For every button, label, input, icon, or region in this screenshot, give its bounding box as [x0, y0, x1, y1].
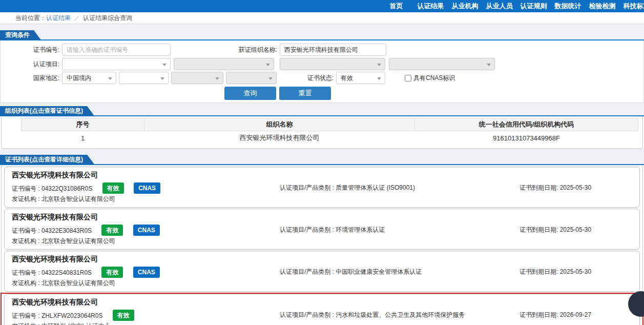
cert-no-label: 证书编号: — [1, 44, 59, 56]
project-select-4 — [389, 58, 495, 70]
chevron-down-icon — [108, 77, 112, 80]
cnas-checkbox[interactable]: 具有CNAS标识 — [405, 72, 455, 84]
expiry-label: 证书到期日期: — [520, 311, 560, 318]
project-value: 中国职业健康安全管理体系认证 — [336, 268, 422, 275]
issuer-label: 发证机构 : — [12, 237, 41, 245]
org-table-row[interactable]: 1 西安银光环境科技有限公司 91610131073449968F — [22, 131, 638, 145]
project-value: 质量管理体系认证 (ISO9001) — [336, 184, 415, 191]
spacer — [0, 24, 644, 30]
cert-no-label: 证书编号 : — [12, 312, 41, 319]
project-label: 认证项目: — [1, 58, 59, 70]
certificate-company-name: 西安银光环境科技有限公司 — [12, 170, 632, 180]
query-form: 证书编号: 获证组织名称: 认证项目: 国家地区: 中国境内 证书状态: 有效 … — [0, 40, 644, 103]
breadcrumb-separator: ／ — [74, 14, 80, 23]
expiry-value: 2025-05-30 — [560, 226, 591, 233]
issuer-value: 中环联兴 (北京) 认证中心 — [41, 322, 111, 325]
chevron-down-icon — [377, 77, 381, 80]
certificate-company-name: 西安银光环境科技有限公司 — [12, 254, 632, 264]
project-label: 认证项目/产品类别 : — [280, 226, 336, 233]
certificate-card-highlighted[interactable]: 西安银光环境科技有限公司 证书编号 : ZHLXFW2023064R0S 有效 … — [4, 294, 640, 325]
project-category: 认证项目/产品类别 : 环境管理体系认证 — [280, 225, 385, 235]
search-button[interactable]: 查询 — [224, 87, 276, 100]
org-row-index: 1 — [22, 131, 144, 145]
project-value: 环境管理体系认证 — [336, 226, 385, 233]
nav-item-tech-standard[interactable]: 科技标准 — [619, 2, 644, 11]
issuer-label: 发证机构 : — [12, 195, 41, 202]
cert-no-input[interactable] — [62, 44, 171, 56]
breadcrumb-current: 认证结果综合查询 — [83, 14, 132, 23]
certificate-company-name: 西安银光环境科技有限公司 — [12, 212, 632, 222]
spacer — [0, 149, 644, 154]
certificate-card[interactable]: 西安银光环境科技有限公司 证书编号 : 04322S40831R0S 有效 CN… — [4, 251, 640, 292]
org-table-header-row: 序号 组织名称 统一社会信用代码/组织机构代码 — [22, 118, 638, 131]
project-select-1[interactable] — [62, 58, 171, 70]
status-badge: 有效 — [101, 225, 123, 236]
status-select[interactable]: 有效 — [336, 72, 385, 84]
expiry-label: 证书到期日期: — [520, 268, 560, 275]
region-select[interactable]: 中国境内 — [62, 72, 116, 84]
issuer-label: 发证机构 : — [12, 279, 41, 287]
org-row-code: 91610131073449968F — [415, 131, 638, 145]
query-section-tab: 查询条件 — [0, 30, 41, 40]
cert-list-section-header: 证书列表(点击查看详细信息) — [0, 154, 644, 164]
cnas-checkbox-input[interactable] — [405, 75, 411, 82]
org-list-section-tab: 组织列表(点击查看证书信息) — [0, 106, 94, 116]
nav-item-personnel[interactable]: 从业人员 — [482, 2, 516, 11]
org-table: 序号 组织名称 统一社会信用代码/组织机构代码 1 西安银光环境科技有限公司 9… — [21, 118, 638, 145]
issuer-value: 北京联合智业认证有限公司 — [41, 237, 115, 245]
breadcrumb-link-cert-results[interactable]: 认证结果 — [46, 14, 71, 23]
reset-button[interactable]: 重置 — [279, 87, 331, 100]
nav-item-rules[interactable]: 认证规则 — [516, 2, 551, 11]
cnas-badge: CNAS — [134, 182, 160, 194]
nav-item-cert-results[interactable]: 认证结果 — [413, 2, 448, 11]
issuer: 发证机构 : 北京联合智业认证有限公司 — [12, 237, 632, 246]
status-badge: 有效 — [102, 182, 124, 194]
certificate-info-row: 证书编号 : ZHLXFW2023064R0S 有效 CNAS 认证项目/产品类… — [12, 310, 632, 321]
expiry-date: 证书到期日期: 2025-05-30 — [520, 267, 591, 277]
chevron-down-icon — [162, 64, 167, 66]
expiry-value: 2025-05-30 — [560, 268, 591, 275]
certificate-info-row: 证书编号 : 04322Q31086R0S 有效 CNAS 认证项目/产品类别 … — [12, 182, 632, 194]
nav-item-statistics[interactable]: 数据统计 — [551, 2, 585, 11]
nav-item-inspection[interactable]: 检验检测 — [585, 2, 619, 11]
chevron-down-icon — [268, 77, 273, 80]
org-col-name: 组织名称 — [144, 118, 415, 131]
project-select-3 — [280, 58, 385, 70]
expiry-date: 证书到期日期: 2025-05-30 — [520, 182, 591, 193]
region-label: 国家地区: — [1, 72, 59, 84]
project-select-2 — [174, 58, 274, 70]
expiry-value: 2025-05-30 — [560, 184, 591, 191]
expiry-label: 证书到期日期: — [520, 226, 560, 233]
cnas-badge: CNAS — [133, 225, 160, 236]
expiry-date: 证书到期日期: 2025-05-30 — [520, 225, 591, 235]
status-badge: 有效 — [101, 267, 123, 278]
project-category: 认证项目/产品类别 : 中国职业健康安全管理体系认证 — [280, 267, 422, 277]
issuer: 发证机构 : 北京联合智业认证有限公司 — [12, 195, 632, 204]
chevron-down-icon — [487, 64, 491, 66]
nav-item-agencies[interactable]: 从业机构 — [448, 2, 482, 11]
certificate-card[interactable]: 西安银光环境科技有限公司 证书编号 : 04322Q31086R0S 有效 CN… — [4, 167, 640, 208]
issuer-value: 北京联合智业认证有限公司 — [41, 279, 115, 287]
certificate-info-row: 证书编号 : 04322E30843R0S 有效 CNAS 认证项目/产品类别 … — [12, 225, 632, 236]
district-select — [226, 72, 277, 84]
org-name-label: 获证组织名称: — [205, 44, 277, 56]
top-navigation: 首页 认证结果 从业机构 从业人员 认证规则 数据统计 检验检测 科技标准 — [0, 0, 644, 12]
project-label: 认证项目/产品类别 : — [280, 268, 336, 275]
top-navigation-items: 首页 认证结果 从业机构 从业人员 认证规则 数据统计 检验检测 科技标准 — [379, 0, 644, 12]
project-value: 污水和垃圾处置、公共卫生及其他环境保护服务 — [336, 311, 465, 318]
project-category: 认证项目/产品类别 : 污水和垃圾处置、公共卫生及其他环境保护服务 — [280, 310, 465, 320]
chevron-down-icon — [160, 77, 164, 80]
certificate-info-row: 证书编号 : 04322S40831R0S 有效 CNAS 认证项目/产品类别 … — [12, 267, 632, 278]
org-col-index: 序号 — [22, 118, 144, 131]
cert-no-label: 证书编号 : — [12, 185, 41, 192]
nav-item-home[interactable]: 首页 — [379, 2, 413, 11]
cnas-badge: CNAS — [133, 267, 160, 278]
org-name-input[interactable] — [280, 44, 386, 56]
certificate-card[interactable]: 西安银光环境科技有限公司 证书编号 : 04322E30843R0S 有效 CN… — [4, 209, 640, 250]
province-select[interactable] — [119, 72, 169, 84]
expiry-label: 证书到期日期: — [520, 184, 560, 191]
expiry-value: 2026-09-27 — [560, 311, 591, 318]
org-list-panel: 序号 组织名称 统一社会信用代码/组织机构代码 1 西安银光环境科技有限公司 9… — [1, 116, 643, 149]
org-row-name: 西安银光环境科技有限公司 — [144, 131, 415, 145]
project-label: 认证项目/产品类别 : — [280, 311, 336, 318]
